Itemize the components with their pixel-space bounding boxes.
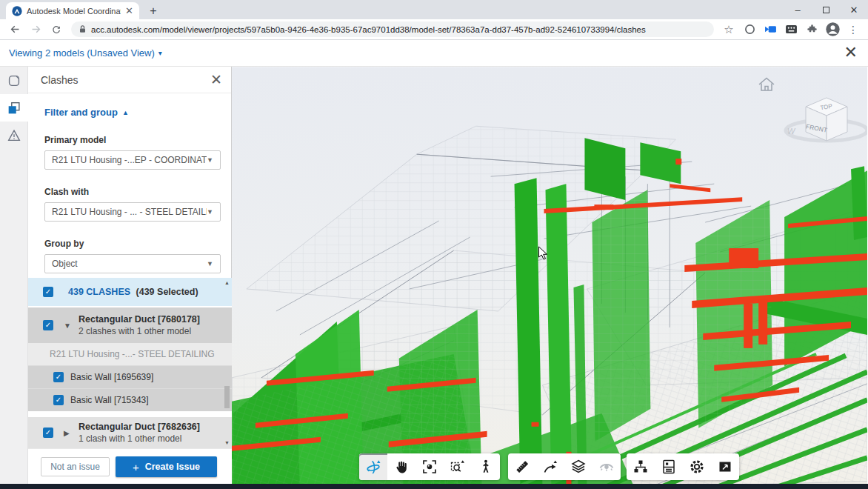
navigation-toolbar	[359, 453, 500, 480]
app-window: Autodesk Model Coordination ✕ + – ✕	[0, 0, 868, 489]
issues-panel-button[interactable]	[0, 122, 28, 149]
panel-footer: Not an issue + Create Issue	[28, 448, 232, 484]
walk-person-icon	[477, 458, 495, 476]
measure-tool-button[interactable]	[508, 453, 536, 480]
chevron-down-icon: ▾	[158, 49, 162, 57]
chevron-down-icon: ▼	[207, 156, 213, 164]
filter-toggle-label: Filter and group	[44, 107, 118, 118]
clash-item-row[interactable]: Basic Wall [1695639]	[28, 365, 232, 388]
window-minimize-button[interactable]: –	[784, 0, 812, 19]
measure-ruler-icon	[513, 458, 531, 476]
viewcube-west-label[interactable]: W	[787, 127, 796, 136]
primary-model-value: R21 LTU Housing -...EP - COORDINATION	[52, 155, 207, 165]
group-by-select[interactable]: Object ▼	[44, 254, 221, 273]
bottom-edge-strip	[0, 484, 868, 489]
window-maximize-button[interactable]	[812, 0, 840, 19]
primary-model-select[interactable]: R21 LTU Housing -...EP - COORDINATION ▼	[44, 150, 221, 170]
item-checkbox[interactable]	[53, 372, 64, 382]
record-extension-icon[interactable]	[741, 21, 758, 38]
not-an-issue-button[interactable]: Not an issue	[41, 457, 110, 476]
clash-group-row[interactable]: ▼ Rectangular Duct [7680178] 2 clashes w…	[28, 306, 232, 343]
profile-avatar[interactable]	[824, 21, 841, 38]
clash-item-label: Basic Wall [715343]	[70, 395, 149, 405]
browser-tab[interactable]: Autodesk Model Coordination ✕	[6, 2, 139, 19]
group-by-label: Group by	[44, 239, 231, 249]
levels-tool-button[interactable]	[564, 453, 592, 480]
circle-icon	[744, 24, 755, 35]
markup-tool-button[interactable]	[536, 453, 564, 480]
clash-selected-count: (439 Selected)	[136, 287, 198, 297]
clash-with-label: Clash with	[44, 187, 231, 197]
viewing-bar: Viewing 2 models (Unsaved View) ▾ ✕	[0, 40, 868, 67]
chevron-down-icon: ▼	[207, 208, 213, 216]
scrollbar-thumb[interactable]	[224, 386, 230, 408]
list-scrollbar[interactable]: ▲ ▼	[223, 278, 231, 448]
avatar-icon	[825, 21, 841, 37]
visibility-tool-button[interactable]	[592, 453, 621, 480]
clash-summary-row[interactable]: 439 CLASHES (439 Selected)	[28, 278, 232, 306]
chevron-right-icon[interactable]: ▶	[64, 429, 71, 437]
analyze-toolbar	[508, 453, 621, 480]
forward-arrow-icon	[30, 23, 42, 36]
chevron-up-icon: ▲	[122, 109, 129, 116]
new-tab-button[interactable]: +	[145, 3, 161, 19]
orbit-icon	[364, 458, 382, 476]
clash-item-label: Basic Wall [1695639]	[70, 372, 153, 382]
clashes-panel: Clashes ✕ Filter and group ▲ Primary mod…	[28, 67, 232, 489]
back-button[interactable]	[6, 21, 24, 39]
clashes-panel-button[interactable]	[0, 94, 28, 122]
settings-tool-button[interactable]	[683, 453, 711, 480]
select-all-checkbox[interactable]	[43, 287, 53, 297]
clash-item-row[interactable]: Basic Wall [715343]	[28, 388, 232, 411]
viewing-models-label: Viewing 2 models (Unsaved View)	[9, 47, 155, 59]
group-checkbox[interactable]	[43, 428, 53, 438]
view-cube[interactable]: W TOP FRONT	[784, 87, 867, 147]
clash-group-subtitle: 1 clash with 1 other model	[79, 433, 200, 444]
extensions-puzzle-icon[interactable]	[803, 21, 821, 38]
keyboard-extension-icon[interactable]	[782, 21, 800, 38]
model-browser-tool-button[interactable]	[627, 453, 655, 480]
camera-icon	[764, 24, 777, 34]
clash-group-row[interactable]: ▶ Rectangular Duct [7682636] 1 clash wit…	[28, 416, 232, 448]
pan-hand-icon	[393, 458, 410, 476]
browser-navbar: acc.autodesk.com/model/viewer/projects/5…	[0, 19, 868, 40]
pan-tool-button[interactable]	[387, 453, 415, 480]
properties-tool-button[interactable]	[655, 453, 683, 480]
reload-button[interactable]	[47, 21, 65, 39]
bookmark-star-icon[interactable]: ☆	[720, 21, 738, 38]
panel-close-icon[interactable]: ✕	[210, 70, 222, 90]
panel-title: Clashes	[41, 74, 79, 86]
close-viewer-button[interactable]: ✕	[844, 43, 858, 62]
zoom-window-tool-button[interactable]	[444, 453, 472, 480]
url-bar[interactable]: acc.autodesk.com/model/viewer/projects/5…	[71, 21, 714, 37]
clashes-panel-header: Clashes ✕	[28, 67, 231, 93]
models-panel-button[interactable]	[0, 67, 28, 94]
viewing-models-dropdown[interactable]: Viewing 2 models (Unsaved View) ▾	[9, 47, 162, 59]
forward-button[interactable]	[27, 21, 44, 39]
item-checkbox[interactable]	[53, 395, 64, 405]
screen-share-extension-icon[interactable]	[761, 21, 779, 38]
group-checkbox[interactable]	[43, 320, 53, 330]
window-close-button[interactable]: ✕	[840, 0, 868, 19]
home-view-button[interactable]	[754, 74, 779, 96]
clash-with-select[interactable]: R21 LTU Housing - ... - STEEL DETAILING …	[44, 202, 221, 222]
model-viewport[interactable]: W TOP FRONT	[232, 67, 867, 489]
reload-icon	[50, 24, 62, 36]
filter-and-group-toggle[interactable]: Filter and group ▲	[44, 107, 231, 118]
fullscreen-tool-button[interactable]	[711, 453, 739, 480]
gear-icon	[688, 458, 706, 476]
first-person-tool-button[interactable]	[472, 453, 500, 480]
orbit-tool-button[interactable]	[359, 453, 387, 480]
create-issue-button[interactable]: + Create Issue	[116, 456, 217, 477]
fullscreen-icon	[716, 458, 734, 476]
chevron-down-icon[interactable]: ▼	[64, 322, 71, 330]
model-tools-toolbar	[627, 453, 739, 480]
scroll-down-arrow[interactable]: ▼	[223, 439, 231, 447]
fit-to-view-icon	[421, 458, 438, 476]
tab-close-icon[interactable]: ✕	[125, 6, 133, 16]
scroll-up-arrow[interactable]: ▲	[223, 279, 231, 287]
model-3d-scene[interactable]	[232, 67, 867, 489]
url-text: acc.autodesk.com/model/viewer/projects/5…	[91, 25, 646, 34]
browser-menu-kebab-icon[interactable]: ⋮	[844, 21, 862, 38]
fit-to-view-tool-button[interactable]	[415, 453, 444, 480]
